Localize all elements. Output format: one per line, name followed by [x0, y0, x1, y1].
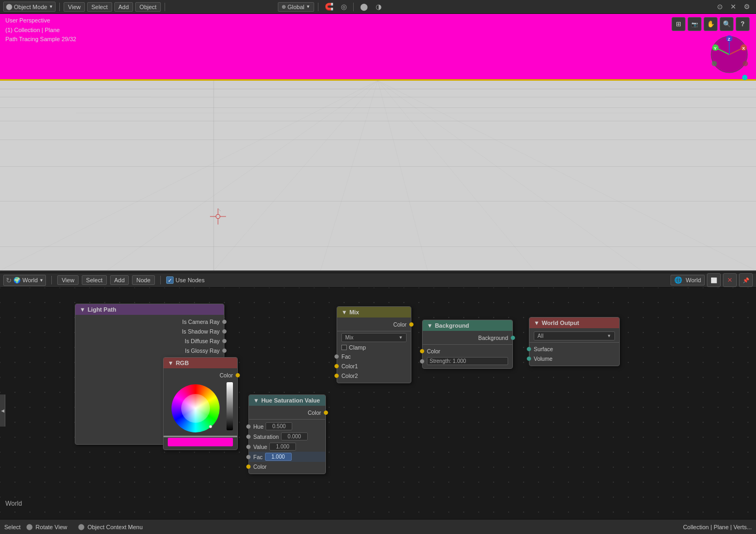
panel-toggle[interactable]: ◀	[0, 394, 5, 427]
bg-output-row: Background	[423, 333, 512, 343]
mix-clamp-checkbox[interactable]	[341, 345, 347, 350]
mix-fac-label: Fac	[341, 353, 351, 360]
bg-color-socket	[420, 349, 424, 353]
shading-icon[interactable]: ◑	[373, 2, 384, 12]
lp-shadow-ray-row: Is Shadow Ray	[75, 327, 224, 336]
status-mouse-icon: ⬤	[26, 523, 33, 530]
node-node-btn[interactable]: Node	[132, 275, 154, 285]
node-background-body: Background Color Strength: 1.000	[423, 331, 512, 368]
node-select-btn[interactable]: Select	[82, 275, 107, 285]
hsv-color-output-label: Color	[308, 409, 321, 416]
svg-line-14	[214, 81, 378, 270]
cursor-svg	[210, 208, 226, 225]
node-editor[interactable]: ↻ 🌍 World ▼ View Select Add Node ✓ Use N…	[0, 273, 756, 534]
zoom-btn[interactable]: 🔍	[720, 17, 734, 31]
mix-divider	[337, 331, 411, 331]
hand-tool-btn[interactable]: ✋	[704, 17, 718, 31]
hsv-sat-val[interactable]: 0.000	[281, 432, 308, 440]
color-wheel-area[interactable]	[163, 380, 237, 437]
nav-gizmo-area: ⊞ 📷 ✋ 🔍 ? X Y Z	[672, 17, 750, 75]
node-mix[interactable]: ▼ Mix Color Mix ▼ Clamp	[337, 306, 411, 383]
node-close-btn[interactable]: ✕	[723, 273, 737, 287]
wheel-center	[181, 394, 210, 423]
lp-diffuse-ray-row: Is Diffuse Ray	[75, 336, 224, 346]
bg-output-label: Background	[478, 335, 508, 341]
settings-icon[interactable]: ⚙	[741, 2, 753, 12]
select-menu-btn[interactable]: Select	[87, 2, 112, 12]
camera-view-btn[interactable]: 📷	[688, 17, 702, 31]
object-menu-btn[interactable]: Object	[135, 2, 161, 12]
hsv-hue-val[interactable]: 0.500	[266, 422, 292, 430]
node-editor-mode[interactable]: ↻ 🌍 World ▼	[3, 275, 46, 286]
mix-color1-row: Color1	[337, 361, 411, 371]
mix-color-output-socket	[409, 322, 414, 327]
hsv-sat-label: Saturation	[253, 434, 279, 440]
brightness-bar[interactable]	[227, 382, 233, 430]
lp-camera-ray-socket	[222, 320, 227, 324]
svg-line-12	[0, 81, 378, 270]
svg-point-25	[216, 214, 220, 219]
panel-toggle-icon: ◀	[1, 408, 4, 413]
lp-glossy-ray-row: Is Glossy Ray	[75, 346, 224, 355]
node-rgb[interactable]: ▼ RGB Color	[163, 357, 238, 450]
node-add-btn[interactable]: Add	[110, 275, 129, 285]
use-nodes-toggle[interactable]: ✓ Use Nodes	[166, 276, 205, 284]
svg-line-16	[378, 81, 427, 270]
rgb-triangle: ▼	[168, 360, 174, 366]
color-wheel[interactable]	[172, 384, 220, 432]
node-pin-btn[interactable]: 📌	[739, 273, 753, 287]
brightness-indicator	[163, 436, 237, 437]
svg-line-15	[321, 81, 378, 270]
add-menu-btn[interactable]: Add	[114, 2, 134, 12]
wo-surface-row: Surface	[529, 344, 619, 354]
view-menu-btn[interactable]: View	[64, 2, 85, 12]
perspective-lines-svg	[0, 81, 756, 270]
global-selector[interactable]: ⊕ Global ▼	[278, 2, 314, 12]
node-hsv[interactable]: ▼ Hue Saturation Value Color Hue 0.500 S…	[248, 394, 326, 474]
wo-surface-socket	[527, 347, 531, 351]
node-world-output-title: World Output	[542, 320, 579, 326]
node-view-btn[interactable]: View	[57, 275, 79, 285]
divider-1	[51, 276, 52, 284]
mix-mode-dropdown[interactable]: Mix ▼	[341, 333, 407, 342]
proportional-icon[interactable]: ◎	[338, 2, 349, 12]
grid-view-btn[interactable]: ⊞	[672, 17, 685, 31]
node-copy-btn[interactable]: ⬜	[707, 273, 721, 287]
node-light-path-header: ▼ Light Path	[75, 304, 224, 315]
use-nodes-checkbox[interactable]: ✓	[166, 276, 174, 284]
node-editor-icon: 🌍	[13, 277, 21, 284]
world-indicator[interactable]: 🌐 World	[671, 275, 705, 285]
ground-line-5	[0, 140, 756, 140]
viewport-3d[interactable]: ⬤ Object Mode ▼ View Select Add Object ⊕…	[0, 0, 756, 273]
hsv-val-val[interactable]: 1.000	[269, 443, 296, 451]
node-rgb-header: ▼ RGB	[163, 358, 237, 368]
viz-mode-icon[interactable]: ⬤	[357, 2, 371, 12]
mix-color2-row: Color2	[337, 371, 411, 381]
help-btn[interactable]: ?	[736, 17, 750, 31]
snap-icon[interactable]: 🧲	[322, 2, 336, 12]
ground-area	[0, 81, 756, 270]
hsv-fac-val[interactable]: 1.000	[265, 453, 292, 461]
node-canvas[interactable]: ▼ Light Path Is Camera Ray Is Shadow Ray…	[0, 288, 756, 524]
hsv-color-input-row: Color	[249, 462, 325, 471]
node-world-output[interactable]: ▼ World Output All ▼ Surface Volume	[529, 317, 620, 366]
wo-all-dropdown[interactable]: All ▼	[534, 331, 615, 340]
global-icon: ⊕	[282, 4, 286, 10]
mode-selector[interactable]: ⬤ Object Mode ▼	[3, 2, 56, 12]
axis-gizmo[interactable]: X Y Z	[709, 34, 750, 75]
gizmo-icon[interactable]: ✕	[728, 2, 739, 12]
rgb-color-swatch[interactable]	[168, 438, 233, 446]
world-dropdown-label: World	[22, 277, 38, 283]
hsv-color-input-label: Color	[253, 463, 267, 470]
lp-glossy-ray-socket	[222, 349, 227, 353]
right-icons: ⊙ ✕ ⚙	[714, 2, 753, 12]
node-background[interactable]: ▼ Background Background Color Strength: …	[422, 320, 513, 369]
separator-3	[318, 3, 318, 11]
perspective-label: User Perspective	[5, 16, 76, 26]
status-bar: Select ⬤ Rotate View ⬤ Object Context Me…	[0, 519, 756, 534]
hsv-hue-row: Hue 0.500	[249, 421, 325, 431]
overlay-icon[interactable]: ⊙	[714, 2, 726, 12]
bg-strength-val[interactable]: Strength: 1.000	[427, 357, 508, 365]
status-select-label: Select	[4, 524, 21, 530]
hsv-hue-label: Hue	[253, 423, 263, 430]
